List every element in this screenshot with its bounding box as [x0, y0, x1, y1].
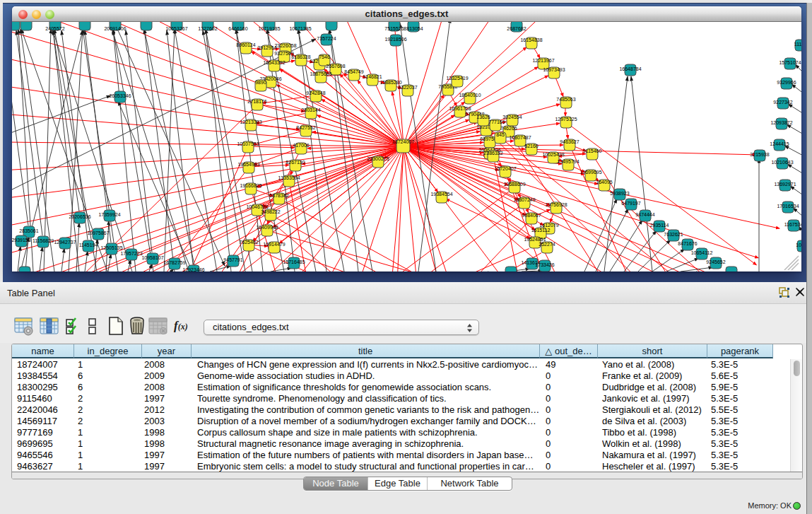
- svg-text:17957223: 17957223: [120, 251, 142, 256]
- svg-text:26053346: 26053346: [109, 93, 131, 98]
- svg-text:164095: 164095: [596, 180, 612, 185]
- svg-text:8427552: 8427552: [296, 125, 315, 130]
- svg-text:845: 845: [496, 132, 505, 137]
- svg-text:2386332: 2386332: [483, 151, 502, 156]
- svg-text:10210643: 10210643: [771, 160, 793, 165]
- svg-text:6466160: 6466160: [228, 26, 247, 31]
- svg-text:16409948: 16409948: [256, 225, 278, 230]
- svg-text:7632621: 7632621: [664, 232, 683, 237]
- svg-text:8471676: 8471676: [678, 241, 697, 246]
- svg-text:19218506: 19218506: [384, 37, 406, 42]
- svg-text:15720407: 15720407: [494, 166, 516, 171]
- svg-text:13495794: 13495794: [557, 159, 579, 164]
- svg-text:18724007: 18724007: [392, 139, 414, 144]
- svg-text:1327602: 1327602: [198, 26, 217, 31]
- svg-text:10107553: 10107553: [237, 141, 259, 146]
- svg-text:10807487: 10807487: [509, 135, 531, 140]
- svg-text:1244415: 1244415: [770, 141, 789, 146]
- svg-text:11172: 11172: [794, 42, 801, 47]
- svg-text:16961758: 16961758: [449, 106, 471, 111]
- svg-text:10753: 10753: [796, 243, 801, 247]
- svg-text:10958107: 10958107: [141, 255, 163, 260]
- svg-text:10654112: 10654112: [691, 250, 713, 255]
- svg-text:12213383: 12213383: [240, 119, 261, 124]
- svg-text:1167534: 1167534: [784, 222, 801, 227]
- svg-text:12942737: 12942737: [54, 240, 76, 245]
- svg-text:1615112: 1615112: [531, 228, 551, 233]
- svg-text:13325419: 13325419: [446, 76, 468, 81]
- svg-text:2405572: 2405572: [45, 26, 64, 31]
- svg-text:6479197: 6479197: [621, 201, 640, 206]
- svg-text:12213967: 12213967: [532, 58, 554, 63]
- svg-text:16782759: 16782759: [163, 260, 185, 265]
- svg-text:9115460: 9115460: [583, 148, 602, 153]
- svg-text:10688609: 10688609: [503, 182, 525, 187]
- svg-text:7357224: 7357224: [317, 36, 336, 41]
- svg-text:18640910: 18640910: [459, 93, 481, 98]
- svg-text:10046786: 10046786: [246, 204, 268, 209]
- svg-text:9242848: 9242848: [306, 90, 325, 95]
- svg-text:10653267: 10653267: [165, 26, 187, 31]
- svg-text:19975867: 19975867: [87, 230, 109, 235]
- svg-text:23300275: 23300275: [367, 156, 389, 161]
- svg-text:8267130: 8267130: [286, 160, 305, 165]
- svg-text:2687682: 2687682: [507, 26, 526, 31]
- svg-text:12975125: 12975125: [555, 117, 577, 122]
- svg-text:17016534: 17016534: [777, 204, 799, 209]
- svg-text:5878342: 5878342: [269, 193, 288, 198]
- svg-text:417006: 417006: [293, 143, 309, 148]
- svg-text:7515526: 7515526: [384, 26, 404, 31]
- svg-text:9463627: 9463627: [560, 139, 579, 144]
- svg-text:16154838: 16154838: [520, 37, 542, 42]
- svg-text:8322037: 8322037: [398, 85, 417, 90]
- svg-text:16914479: 16914479: [263, 242, 285, 247]
- svg-text:10025438: 10025438: [542, 152, 564, 157]
- svg-text:18875685: 18875685: [310, 71, 331, 76]
- svg-text:19166825: 19166825: [240, 183, 261, 188]
- svg-text:20206536: 20206536: [69, 214, 90, 219]
- svg-text:5938923: 5938923: [610, 191, 629, 196]
- svg-text:8454749: 8454749: [344, 69, 363, 74]
- svg-text:3215938: 3215938: [750, 152, 769, 157]
- svg-text:9084067: 9084067: [522, 213, 541, 218]
- svg-text:23226058: 23226058: [274, 43, 296, 48]
- svg-text:19524851: 19524851: [524, 237, 546, 242]
- svg-text:2718176: 2718176: [247, 99, 266, 104]
- svg-text:10671385: 10671385: [289, 26, 311, 31]
- svg-text:9329966: 9329966: [777, 80, 796, 85]
- svg-text:8813054: 8813054: [404, 26, 423, 31]
- svg-text:10973493: 10973493: [543, 67, 565, 72]
- svg-text:13353594: 13353594: [278, 175, 300, 180]
- svg-text:11156829: 11156829: [33, 238, 54, 243]
- svg-text:7546: 7546: [319, 54, 330, 59]
- svg-text:13626: 13626: [476, 115, 490, 119]
- svg-text:10699695: 10699695: [579, 170, 601, 175]
- svg-text:2835061: 2835061: [19, 228, 38, 233]
- svg-text:1612079: 1612079: [539, 223, 558, 228]
- svg-text:2667608: 2667608: [326, 64, 345, 69]
- svg-text:20691406: 20691406: [104, 26, 126, 31]
- svg-text:12923446: 12923446: [182, 267, 204, 272]
- svg-text:12505135: 12505135: [100, 245, 122, 250]
- svg-text:8960124: 8960124: [236, 42, 255, 47]
- svg-text:13692971: 13692971: [774, 182, 796, 187]
- svg-text:9245652: 9245652: [706, 259, 725, 264]
- svg-text:19756928: 19756928: [545, 202, 567, 207]
- svg-text:2939153: 2939153: [12, 238, 31, 243]
- svg-text:12093872: 12093872: [770, 120, 792, 125]
- svg-text:10719185: 10719185: [258, 26, 280, 31]
- svg-text:7625402: 7625402: [239, 240, 258, 245]
- svg-text:3024554: 3024554: [502, 115, 522, 119]
- svg-text:252274: 252274: [539, 242, 555, 247]
- svg-text:17359924: 17359924: [98, 212, 120, 217]
- svg-text:1733426: 1733426: [535, 262, 554, 267]
- svg-text:9146821: 9146821: [363, 74, 382, 79]
- svg-text:15885280: 15885280: [379, 80, 401, 85]
- svg-text:1145194: 1145194: [79, 243, 98, 247]
- svg-text:18807249: 18807249: [513, 197, 535, 202]
- svg-text:19654983: 19654983: [237, 162, 259, 167]
- svg-text:16543392: 16543392: [263, 60, 285, 65]
- svg-text:16648784: 16648784: [619, 66, 641, 71]
- svg-text:62160: 62160: [524, 144, 539, 148]
- svg-text:3498222: 3498222: [261, 209, 280, 214]
